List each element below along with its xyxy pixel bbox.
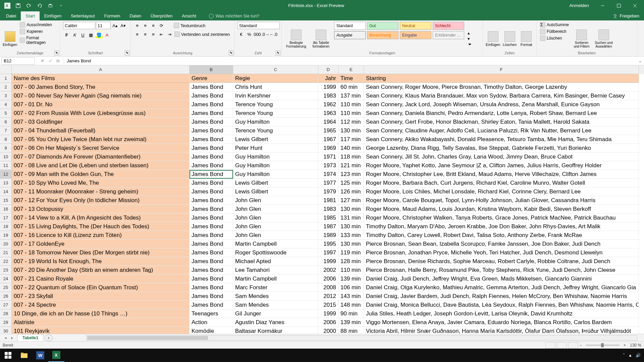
cell[interactable]: James Bond xyxy=(190,153,233,161)
formula-input[interactable]: James Bond xyxy=(64,58,636,63)
decrease-indent-button[interactable]: ⇤ xyxy=(158,31,165,38)
cancel-formula-icon[interactable]: ✕ xyxy=(38,57,46,65)
cell[interactable]: Viggo Mortensen, Elena Anaya, Javier Cam… xyxy=(364,318,639,327)
cell[interactable]: 007 - 22 Quantum of Solace (Ein Quantum … xyxy=(12,283,190,292)
percent-button[interactable]: % xyxy=(246,31,253,38)
zoom-out-button[interactable]: − xyxy=(580,343,582,348)
styles-scroll-down[interactable]: ▾ xyxy=(468,36,472,41)
tab-einfuegen[interactable]: Einfügen xyxy=(40,11,66,20)
cell[interactable]: Julia Stiles, Heath Ledger, Joseph Gordo… xyxy=(364,309,639,318)
column-header-f[interactable]: F xyxy=(364,65,639,74)
cell[interactable]: 127 min xyxy=(338,196,364,205)
align-top-button[interactable]: ≡ xyxy=(133,22,141,29)
row-header[interactable]: 4 xyxy=(0,100,12,109)
cell[interactable]: 130 min xyxy=(338,205,364,214)
cell[interactable]: 007 - 04 Thunderball (Feuerball) xyxy=(12,126,190,135)
styles-scroll-up[interactable]: ▴ xyxy=(468,31,472,36)
cell[interactable]: 007 - 10 Spy Who Loved Me, The xyxy=(12,179,190,187)
cell[interactable]: Sean Connery, Jill St. John, Charles Gra… xyxy=(364,153,639,161)
close-button[interactable] xyxy=(627,0,643,11)
cell[interactable]: 007 - 00 James Bond Story, The xyxy=(12,83,190,92)
cell[interactable]: 139 min xyxy=(338,318,364,327)
cell[interactable]: James Bond xyxy=(190,231,233,240)
cell[interactable]: Timothy Dalton, Carey Lowell, Robert Dav… xyxy=(364,231,639,240)
cell[interactable]: 1973 xyxy=(318,161,338,170)
cell[interactable]: Lewis Gilbert xyxy=(233,187,318,196)
cell[interactable]: Roger Moore, Maud Adams, Louis Jourdan, … xyxy=(364,205,639,214)
cell[interactable]: John Glen xyxy=(233,196,318,205)
cell[interactable]: 1985 xyxy=(318,214,338,222)
align-center-button[interactable]: ≡ xyxy=(142,31,149,38)
style-erklaerender[interactable]: Erklärender … xyxy=(433,31,464,39)
cell[interactable]: 90 min xyxy=(338,309,364,318)
cell[interactable]: 110 min xyxy=(338,266,364,275)
cell[interactable]: James Bond xyxy=(190,100,233,109)
cell[interactable]: Terence Young xyxy=(233,126,318,135)
fill-button[interactable]: Füllbereich xyxy=(539,28,570,35)
cell[interactable]: Lee Tamahori xyxy=(233,266,318,275)
network-icon[interactable]: ▲ xyxy=(628,353,632,358)
page-layout-view-button[interactable] xyxy=(557,342,567,348)
cell[interactable]: 007 - 01 Dr. No xyxy=(12,100,190,109)
cell[interactable]: 007 - 14 View to a Kill, A (Im Angesicht… xyxy=(12,214,190,222)
row-header[interactable]: 1 xyxy=(0,74,12,83)
cell[interactable]: 007 - 19 World Is Not Enough, The xyxy=(12,257,190,266)
cell[interactable]: James Bond xyxy=(190,170,233,179)
column-header-c[interactable]: C xyxy=(233,65,318,74)
row-header[interactable]: 27 xyxy=(0,301,12,309)
copy-button[interactable]: Kopieren xyxy=(19,28,57,35)
cell[interactable]: 117 min xyxy=(338,135,364,144)
share-button[interactable]: Freigeben xyxy=(608,11,644,20)
row-header[interactable]: 16 xyxy=(0,205,12,214)
column-header-a[interactable]: A xyxy=(12,65,190,74)
cell[interactable]: Daniel Craig, Javier Bardem, Judi Dench,… xyxy=(364,292,639,301)
cell[interactable]: Time xyxy=(338,74,364,83)
row-header[interactable]: 28 xyxy=(0,309,12,318)
number-format-select[interactable] xyxy=(237,22,280,29)
start-button[interactable] xyxy=(0,349,16,362)
cell[interactable]: 1963 xyxy=(318,109,338,118)
cell[interactable]: James Bond xyxy=(190,126,233,135)
sheet-tab-tabelle1[interactable]: Tabelle1 xyxy=(17,334,43,341)
normal-view-button[interactable] xyxy=(545,342,555,348)
cell[interactable]: John Glen xyxy=(233,214,318,222)
cell[interactable]: James Bond xyxy=(190,92,233,100)
quick-print-icon[interactable] xyxy=(46,1,55,10)
row-header[interactable]: 19 xyxy=(0,231,12,240)
cell[interactable]: Pierce Brosnan, Jonathan Pryce, Michelle… xyxy=(364,248,639,257)
cell[interactable]: Sean Connery, Jack Lord, Joseph Wiseman,… xyxy=(364,100,639,109)
column-header-d[interactable]: D xyxy=(318,65,338,74)
cell[interactable]: Daniel Craig, Judi Dench, Jeffrey Wright… xyxy=(364,275,639,283)
increase-decimal-button[interactable]: .0→ xyxy=(262,31,269,38)
cell[interactable]: Lewis Gilbert xyxy=(233,179,318,187)
spreadsheet-grid[interactable]: A B C D E F 1 Name des Films Genre Regie… xyxy=(0,65,644,335)
cell[interactable]: Sam Mendes xyxy=(233,292,318,301)
row-header[interactable]: 7 xyxy=(0,126,12,135)
cell[interactable]: James Bond xyxy=(190,144,233,153)
redo-icon[interactable] xyxy=(35,1,44,10)
sign-in-link[interactable]: Anmelden xyxy=(564,3,594,8)
cell[interactable]: 007 - 02 From Russia With Love (Liebesgr… xyxy=(12,109,190,118)
style-berechnung[interactable]: Berechnung xyxy=(367,31,398,39)
cell[interactable]: Teenagers xyxy=(190,309,233,318)
cell[interactable]: 110 min xyxy=(338,100,364,109)
word-taskbar-button[interactable]: W xyxy=(32,349,48,362)
cell[interactable]: James Bond xyxy=(190,118,233,126)
tab-nav-next[interactable]: ▸ xyxy=(9,335,15,341)
cell[interactable]: Irvin Kershner xyxy=(233,92,318,100)
cell[interactable]: 007 - 20 Die Another Day (Stirb an einem… xyxy=(12,266,190,275)
maximize-button[interactable] xyxy=(611,0,627,11)
cell[interactable]: 126 min xyxy=(338,187,364,196)
cell[interactable]: 1965 xyxy=(318,126,338,135)
cell[interactable]: 130 min xyxy=(338,240,364,248)
merge-center-button[interactable]: Verbinden und zentrieren xyxy=(174,31,230,38)
cell[interactable]: 007 - 03 Goldfinger xyxy=(12,118,190,126)
border-button[interactable]: ▦ xyxy=(87,31,95,39)
style-neutral[interactable]: Neutral xyxy=(400,22,431,30)
save-icon[interactable] xyxy=(13,1,23,10)
tray-chevron-icon[interactable]: ˄ xyxy=(623,353,625,358)
page-break-view-button[interactable] xyxy=(568,342,578,348)
row-header[interactable]: 9 xyxy=(0,144,12,153)
cell[interactable]: 119 min xyxy=(338,248,364,257)
cell[interactable]: 1999 xyxy=(318,83,338,92)
